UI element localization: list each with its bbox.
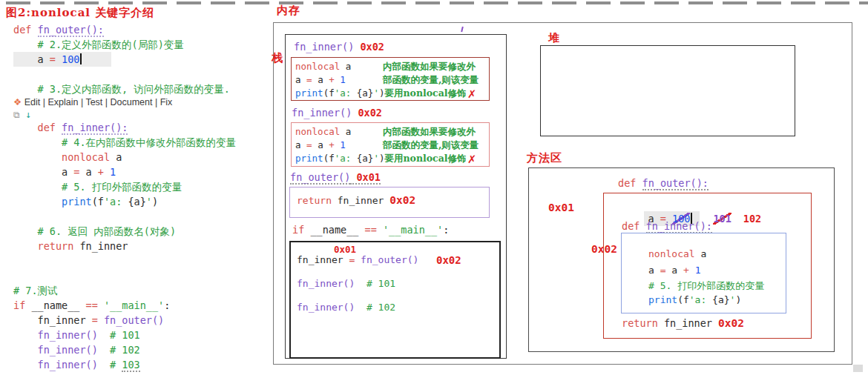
code-line: a = 100	[13, 52, 111, 67]
code-line: if __name__ == '__main__':	[13, 298, 273, 313]
current-value: 102	[743, 213, 761, 225]
crossed-old-value: 101	[713, 213, 731, 225]
code-line: ❖ Edit | Explain | Test | Document | Fix	[13, 96, 273, 109]
frame-code: print(f'a: {a}')	[295, 87, 384, 100]
figure-title: 图2:nonlocal 关键字介绍	[6, 6, 154, 20]
code-editor[interactable]: def fn_outer(): # 2.定义外部函数的(局部)变量 a = 10…	[13, 22, 273, 372]
addr-0x02-badge: 0x02	[436, 254, 461, 266]
frame-code: a = a + 1	[295, 139, 383, 152]
stack-frame-inner1-box: nonlocal a 内部函数如果要修改外 a = a + 1 部函数的变量,则…	[291, 57, 490, 101]
annotation-text: 部函数的变量,则该变量	[383, 73, 479, 87]
code-line: # 6. 返回 内部函数名(对象)	[13, 224, 273, 239]
code-line	[13, 209, 273, 224]
frame-code: a = a + 1	[295, 73, 383, 87]
code-line: a = a + 1	[13, 165, 273, 179]
code-line	[13, 253, 273, 268]
code-line: # 4.在内部函数中修改外部函数的变量	[13, 135, 273, 150]
stack-frame-outer-title: fn_outer() 0x01	[290, 171, 381, 183]
frame-code: print(f'a: {a}')	[295, 152, 384, 165]
page: 图2:nonlocal 关键字介绍 def fn_outer(): # 2.定义…	[0, 0, 868, 375]
code-line: # 7.测试	[13, 283, 273, 298]
memory-label: 内存	[277, 4, 300, 18]
code-line	[13, 67, 273, 82]
code-line: fn_inner = fn_outer()	[13, 313, 273, 328]
code-line	[13, 268, 273, 283]
stack-frame-outer-body: return fn_inner 0x02	[297, 194, 415, 206]
stack-label: 栈	[272, 51, 283, 65]
inner-body-line: # 5. 打印外部函数的变量	[648, 279, 764, 293]
code-line: return fn_inner	[13, 239, 273, 253]
code-line: ⧉ ↓	[13, 109, 273, 120]
stack-frame-inner2-title: fn_inner() 0x02	[292, 107, 382, 119]
main-frame-box: 0x01 fn_inner = fn_outer() 0x02 fn_inner…	[289, 241, 501, 359]
stack-frame-inner2-box: nonlocal a 内部函数如果要修改外 a = a + 1 部函数的变量,则…	[291, 122, 490, 167]
code-line: def fn_inner():	[13, 120, 273, 135]
fn-inner-body-box: nonlocal a a = a + 1 # 5. 打印外部函数的变量 prin…	[621, 233, 786, 313]
main-guard-title: if __name__ == '__main__':	[292, 224, 449, 236]
addr-0x01-badge: 0x01	[548, 202, 574, 213]
frame-code: nonlocal a	[295, 125, 383, 139]
method-def-inner: def fn_inner():	[622, 220, 712, 232]
inner-body-line: print(f'a: {a}')	[648, 293, 741, 308]
frame-row: a = a + 1 部函数的变量,则该变量	[295, 139, 485, 152]
method-area-label: 方法区	[527, 151, 562, 165]
code-line: # 3.定义内部函数, 访问外部函数的变量.	[13, 82, 273, 96]
code-line: def fn_outer():	[13, 22, 273, 37]
code-line: nonlocal a	[13, 150, 273, 165]
main-frame-line: fn_inner() # 101	[297, 278, 395, 289]
frame-code: nonlocal a	[295, 60, 383, 73]
method-def-outer: def fn_outer():	[618, 177, 708, 189]
code-line: fn_inner() # 102	[13, 342, 273, 357]
addr-0x02-badge: 0x02	[591, 243, 617, 255]
frame-row: print(f'a: {a}') 要用nonlocal修饰 ✗	[295, 152, 485, 165]
perforation-dashes	[6, 1, 868, 4]
heap-label: 堆	[548, 31, 560, 45]
heap-box	[540, 45, 795, 136]
addr-0x01-badge: 0x01	[334, 244, 356, 255]
annotation-text: 要用nonlocal修饰	[384, 152, 466, 165]
code-line: # 5. 打印外部函数的变量	[13, 179, 273, 194]
annotation-text: 内部函数如果要修改外	[383, 125, 476, 139]
frame-row: a = a + 1 部函数的变量,则该变量	[295, 73, 485, 87]
code-line: # 2.定义外部函数的(局部)变量	[13, 37, 273, 52]
annotation-text: 内部函数如果要修改外	[383, 60, 476, 73]
code-line: fn_inner() # 101	[13, 328, 273, 342]
main-frame-line: fn_inner() # 102	[297, 302, 395, 313]
cross-icon: ✗	[468, 87, 476, 99]
code-line: print(f'a: {a}')	[13, 194, 273, 209]
frame-row: nonlocal a 内部函数如果要修改外	[295, 60, 485, 73]
inner-body-line: nonlocal a	[648, 247, 706, 262]
stack-frame-inner1-title: fn_inner() 0x02	[294, 41, 384, 53]
main-frame-line: fn_inner = fn_outer()	[297, 254, 418, 265]
annotation-text: 部函数的变量,则该变量	[383, 139, 479, 152]
annotation-text: 要用nonlocal修饰	[384, 87, 466, 100]
frame-row: nonlocal a 内部函数如果要修改外	[295, 125, 485, 139]
frame-row: print(f'a: {a}') 要用nonlocal修饰 ✗	[295, 87, 485, 100]
cross-icon: ✗	[468, 153, 476, 165]
method-return-line: return fn_inner 0x02	[622, 317, 744, 329]
resize-handle[interactable]	[853, 365, 863, 372]
inner-body-line: a = a + 1	[648, 263, 700, 278]
code-line: fn_inner() # 103	[13, 357, 273, 372]
